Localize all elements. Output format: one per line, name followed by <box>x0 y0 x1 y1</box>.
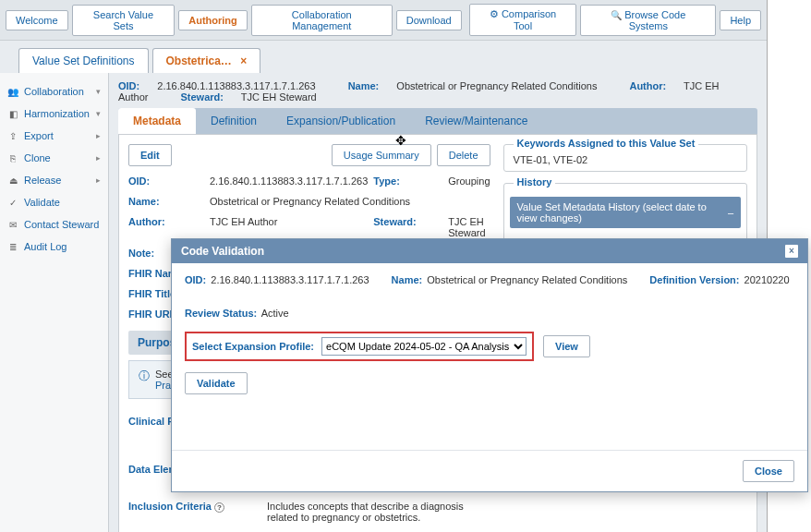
close-button[interactable]: Close <box>743 460 794 482</box>
sidebar-item-label: Contact Steward <box>24 219 99 230</box>
close-icon[interactable]: × <box>240 54 247 67</box>
sidebar-item-label: Release <box>24 175 61 186</box>
expansion-profile-row: Select Expansion Profile: eCQM Update 20… <box>185 332 534 361</box>
sidebar-item-release[interactable]: ⏏Release▸ <box>0 169 108 191</box>
people-icon: 👥 <box>7 87 18 97</box>
top-nav: Welcome Search Value Sets Authoring Coll… <box>0 0 767 41</box>
subtab-obstetrica[interactable]: Obstetrica… × <box>152 48 261 73</box>
export-icon: ⇪ <box>7 131 18 141</box>
caret-icon: ▾ <box>96 109 101 118</box>
sidebar-item-contact-steward[interactable]: ✉Contact Steward <box>0 213 108 236</box>
value-set-header: OID: 2.16.840.1.113883.3.117.1.7.1.263 N… <box>118 73 757 108</box>
sidebar-item-audit-log[interactable]: ≣Audit Log <box>0 236 108 258</box>
code-validation-dialog: Code Validation × OID: 2.16.840.1.113883… <box>171 238 808 492</box>
sidebar-item-label: Clone <box>24 152 51 163</box>
browse-code-systems-button[interactable]: Browse Code Systems <box>580 5 716 36</box>
collapse-icon[interactable]: – <box>728 207 733 218</box>
tab-metadata[interactable]: Metadata <box>118 108 196 134</box>
help-button[interactable]: Help <box>720 10 761 30</box>
dialog-info-row: OID: 2.16.840.1.113883.3.117.1.7.1.263 N… <box>185 274 794 319</box>
tab-review-maintenance[interactable]: Review/Maintenance <box>410 108 542 134</box>
harmonize-icon: ◧ <box>7 109 18 119</box>
metadata-toolbar: Edit Usage Summary Delete <box>128 144 490 166</box>
tab-collab-mgmt[interactable]: Collaboration Management <box>251 5 393 36</box>
caret-icon: ▾ <box>96 87 101 96</box>
sidebar: 👥Collaboration▾ ◧Harmonization▾ ⇪Export▸… <box>0 73 109 532</box>
log-icon: ≣ <box>7 242 18 252</box>
inner-tabs: Metadata Definition Expansion/Publicatio… <box>118 108 757 134</box>
usage-summary-button[interactable]: Usage Summary <box>332 144 431 166</box>
sidebar-item-clone[interactable]: ⎘Clone▸ <box>0 147 108 169</box>
edit-button[interactable]: Edit <box>128 144 172 166</box>
history-legend: History <box>514 176 556 187</box>
tab-download[interactable]: Download <box>396 10 462 30</box>
mail-icon: ✉ <box>7 220 18 230</box>
caret-icon: ▸ <box>96 131 101 140</box>
sidebar-item-label: Audit Log <box>24 241 67 252</box>
clone-icon: ⎘ <box>7 153 18 163</box>
history-header: Value Set Metadata History (select date … <box>510 197 741 228</box>
delete-button[interactable]: Delete <box>437 144 490 166</box>
tab-expansion-publication[interactable]: Expansion/Publication <box>272 108 410 134</box>
info-icon: ⓘ <box>139 369 150 384</box>
caret-icon: ▸ <box>96 175 101 185</box>
sidebar-item-label: Export <box>24 130 54 141</box>
tab-search-value-sets[interactable]: Search Value Sets <box>72 5 176 36</box>
close-icon[interactable]: × <box>785 245 798 258</box>
view-button[interactable]: View <box>543 335 590 357</box>
keywords-value: VTE-01, VTE-02 <box>514 154 737 165</box>
subtab-value-set-definitions[interactable]: Value Set Definitions <box>18 48 149 73</box>
tab-definition[interactable]: Definition <box>196 108 272 134</box>
sidebar-item-label: Validate <box>24 197 60 208</box>
keywords-box: Keywords Assigned to this Value Set VTE-… <box>503 144 747 172</box>
release-icon: ⏏ <box>7 175 18 186</box>
caret-icon: ▸ <box>96 153 101 163</box>
expansion-profile-label: Select Expansion Profile: <box>192 341 314 352</box>
validate-button[interactable]: Validate <box>185 372 248 394</box>
dialog-title: Code Validation <box>181 245 264 258</box>
expansion-profile-select[interactable]: eCQM Update 2024-05-02 - QA Analysis <box>321 337 527 356</box>
subtab-obstetrica-label: Obstetrica… <box>166 54 232 67</box>
tab-welcome[interactable]: Welcome <box>6 10 68 30</box>
keywords-legend: Keywords Assigned to this Value Set <box>514 138 699 149</box>
dialog-header[interactable]: Code Validation × <box>172 239 807 263</box>
sidebar-item-export[interactable]: ⇪Export▸ <box>0 125 108 147</box>
sidebar-item-validate[interactable]: ✓Validate <box>0 191 108 213</box>
check-icon: ✓ <box>7 198 18 208</box>
help-icon[interactable]: ? <box>214 502 224 513</box>
tab-authoring[interactable]: Authoring <box>178 10 248 30</box>
sidebar-item-label: Collaboration <box>24 86 84 97</box>
subtab-bar: Value Set Definitions Obstetrica… × <box>18 48 759 73</box>
sidebar-item-harmonization[interactable]: ◧Harmonization▾ <box>0 103 108 125</box>
sidebar-item-label: Harmonization <box>24 108 90 119</box>
comparison-tool-button[interactable]: Comparison Tool <box>469 4 577 36</box>
sidebar-item-collaboration[interactable]: 👥Collaboration▾ <box>0 80 108 103</box>
